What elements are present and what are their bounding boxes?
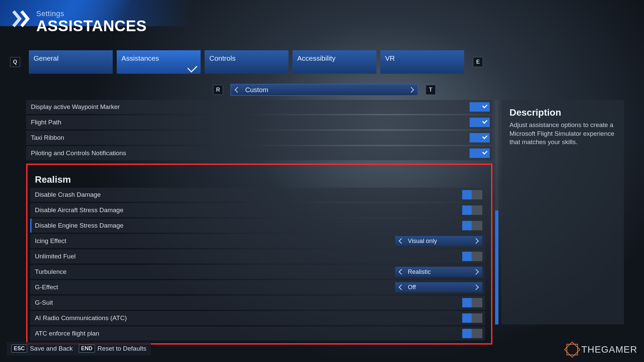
setting-toggle[interactable] bbox=[462, 313, 482, 323]
tab-label: Assistances bbox=[121, 54, 159, 62]
select-value: Visual only bbox=[408, 238, 437, 245]
setting-row[interactable]: G-Suit bbox=[30, 296, 485, 310]
header-chevrons bbox=[12, 10, 33, 27]
chevron-right-icon bbox=[409, 87, 414, 93]
preset-next-key: T bbox=[426, 85, 436, 95]
footer-bar: ESC Save and Back END Reset to Defaults bbox=[7, 342, 151, 355]
setting-label: Flight Path bbox=[31, 119, 470, 126]
select-next-button[interactable] bbox=[470, 267, 482, 277]
preset-prev-button[interactable] bbox=[231, 84, 244, 95]
setting-label: Disable Engine Stress Damage bbox=[35, 222, 462, 229]
setting-label: G-Suit bbox=[35, 299, 462, 306]
chevron-icon bbox=[20, 10, 33, 27]
setting-row[interactable]: Disable Aircraft Stress Damage bbox=[30, 203, 485, 217]
setting-toggle[interactable] bbox=[462, 190, 482, 199]
tab-label: VR bbox=[385, 54, 395, 62]
realism-highlight: Realism Disable Crash Damage Disable Air… bbox=[26, 164, 492, 345]
description-title: Description bbox=[509, 107, 616, 118]
tab-vr[interactable]: VR bbox=[380, 50, 464, 74]
setting-row[interactable]: Unlimited Fuel bbox=[30, 249, 485, 263]
setting-toggle[interactable] bbox=[462, 205, 482, 215]
settings-panel: Display active Waypoint Marker Flight Pa… bbox=[26, 100, 496, 328]
realism-list: Disable Crash Damage Disable Aircraft St… bbox=[30, 188, 488, 341]
chevron-right-icon bbox=[473, 238, 479, 244]
tab-assistances[interactable]: Assistances bbox=[117, 50, 201, 74]
setting-row[interactable]: Icing Effect Visual only bbox=[30, 234, 485, 248]
setting-label: G-Effect bbox=[35, 284, 395, 291]
select-prev-button[interactable] bbox=[395, 267, 408, 277]
chevron-left-icon bbox=[399, 269, 405, 275]
setting-row[interactable]: Flight Path bbox=[26, 115, 492, 129]
select-value: Off bbox=[408, 284, 416, 291]
setting-label: Display active Waypoint Marker bbox=[31, 103, 470, 111]
preset-prev-key: R bbox=[213, 85, 223, 95]
section-title: Realism bbox=[30, 168, 488, 188]
chevron-left-icon bbox=[399, 238, 405, 244]
select-next-button[interactable] bbox=[470, 282, 482, 292]
page-title: ASSISTANCES bbox=[36, 18, 147, 34]
setting-toggle[interactable] bbox=[470, 148, 490, 158]
setting-label: Taxi Ribbon bbox=[31, 134, 470, 141]
select-next-button[interactable] bbox=[470, 236, 482, 246]
preset-next-button[interactable] bbox=[405, 84, 418, 95]
tab-general[interactable]: General bbox=[29, 50, 113, 74]
save-back-button[interactable]: ESC Save and Back bbox=[11, 345, 73, 353]
setting-label: Turbulence bbox=[35, 268, 395, 276]
header-text: Settings ASSISTANCES bbox=[36, 9, 147, 34]
setting-row[interactable]: ATC enforce flight plan bbox=[30, 326, 485, 341]
preset-row: R Custom T bbox=[213, 84, 436, 96]
tabs: General Assistances Controls Accessibili… bbox=[29, 50, 464, 74]
select-prev-button[interactable] bbox=[395, 236, 408, 246]
setting-label: Unlimited Fuel bbox=[35, 253, 462, 260]
setting-row[interactable]: AI Radio Communications (ATC) bbox=[30, 311, 485, 325]
chevron-left-icon bbox=[399, 285, 405, 290]
setting-label: Piloting and Controls Notifications bbox=[31, 149, 470, 157]
setting-row[interactable]: Piloting and Controls Notifications bbox=[26, 146, 492, 160]
header-bar: Settings ASSISTANCES bbox=[0, 0, 644, 26]
setting-select[interactable]: Off bbox=[395, 282, 482, 292]
setting-select[interactable]: Realistic bbox=[395, 267, 482, 277]
logo-text: THEGAMER bbox=[581, 344, 637, 355]
tab-label: General bbox=[34, 54, 59, 62]
setting-label: AI Radio Communications (ATC) bbox=[35, 314, 462, 322]
setting-toggle[interactable] bbox=[470, 133, 490, 142]
chevron-right-icon bbox=[473, 285, 479, 290]
esc-key: ESC bbox=[11, 345, 27, 353]
setting-label: ATC enforce flight plan bbox=[35, 330, 462, 337]
setting-toggle[interactable] bbox=[462, 298, 482, 307]
setting-row[interactable]: G-Effect Off bbox=[30, 280, 485, 294]
setting-toggle[interactable] bbox=[462, 221, 482, 230]
setting-label: Icing Effect bbox=[35, 237, 395, 245]
chevron-right-icon bbox=[473, 269, 479, 275]
tab-accessibility[interactable]: Accessibility bbox=[292, 50, 376, 74]
preset-select[interactable]: Custom bbox=[230, 84, 418, 96]
settings-list[interactable]: Display active Waypoint Marker Flight Pa… bbox=[26, 100, 496, 345]
tab-label: Controls bbox=[209, 54, 235, 62]
setting-row[interactable]: Taxi Ribbon bbox=[26, 131, 492, 145]
scrollbar-thumb[interactable] bbox=[495, 210, 498, 324]
select-prev-button[interactable] bbox=[395, 282, 408, 292]
setting-toggle[interactable] bbox=[470, 102, 490, 112]
setting-toggle[interactable] bbox=[470, 118, 490, 127]
save-back-label: Save and Back bbox=[30, 345, 73, 352]
tab-row: Q General Assistances Controls Accessibi… bbox=[10, 50, 483, 74]
chevron-left-icon bbox=[235, 87, 240, 93]
tab-prev-key: Q bbox=[10, 57, 20, 67]
reset-defaults-button[interactable]: END Reset to Defaults bbox=[79, 345, 147, 353]
setting-row[interactable]: Disable Engine Stress Damage bbox=[30, 219, 485, 233]
watermark-logo: THEGAMER bbox=[567, 344, 637, 355]
setting-row[interactable]: Disable Crash Damage bbox=[30, 188, 485, 202]
setting-label: Disable Crash Damage bbox=[35, 191, 462, 198]
tab-controls[interactable]: Controls bbox=[205, 50, 288, 74]
setting-row[interactable]: Display active Waypoint Marker bbox=[26, 100, 492, 114]
description-body: Adjust assistance options to create a Mi… bbox=[509, 121, 616, 146]
preset-value: Custom bbox=[245, 86, 268, 94]
setting-label: Disable Aircraft Stress Damage bbox=[35, 206, 462, 214]
setting-select[interactable]: Visual only bbox=[395, 236, 482, 246]
description-panel: Description Adjust assistance options to… bbox=[501, 100, 624, 324]
setting-toggle[interactable] bbox=[462, 252, 482, 261]
setting-row[interactable]: Turbulence Realistic bbox=[30, 265, 485, 279]
tab-next-key: E bbox=[473, 57, 483, 67]
setting-toggle[interactable] bbox=[462, 329, 482, 338]
reset-defaults-label: Reset to Defaults bbox=[98, 345, 147, 352]
